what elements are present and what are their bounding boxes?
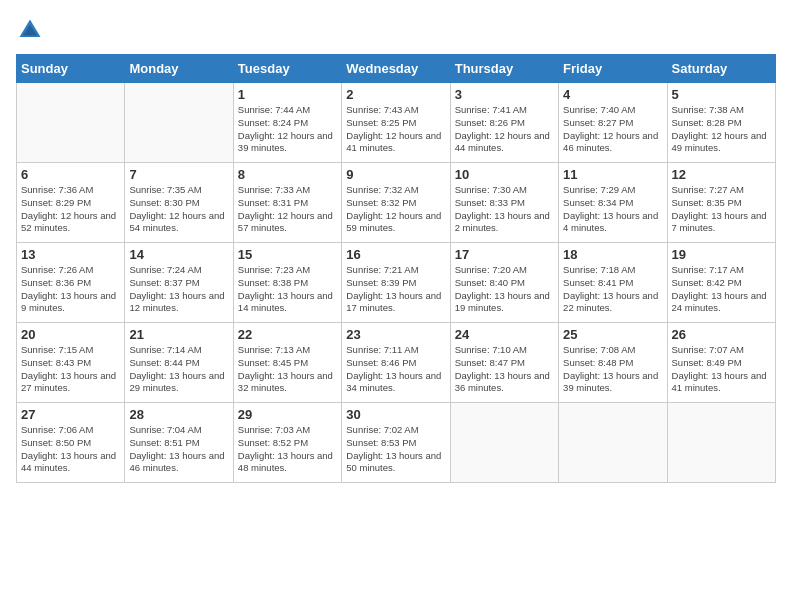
day-info: Sunrise: 7:33 AMSunset: 8:31 PMDaylight:… [238, 184, 337, 235]
day-info: Sunrise: 7:20 AMSunset: 8:40 PMDaylight:… [455, 264, 554, 315]
day-info: Sunrise: 7:10 AMSunset: 8:47 PMDaylight:… [455, 344, 554, 395]
calendar-cell: 30Sunrise: 7:02 AMSunset: 8:53 PMDayligh… [342, 403, 450, 483]
day-info: Sunrise: 7:03 AMSunset: 8:52 PMDaylight:… [238, 424, 337, 475]
day-info: Sunrise: 7:14 AMSunset: 8:44 PMDaylight:… [129, 344, 228, 395]
day-number: 13 [21, 247, 120, 262]
day-info: Sunrise: 7:26 AMSunset: 8:36 PMDaylight:… [21, 264, 120, 315]
calendar-cell [450, 403, 558, 483]
day-number: 15 [238, 247, 337, 262]
calendar-cell: 14Sunrise: 7:24 AMSunset: 8:37 PMDayligh… [125, 243, 233, 323]
day-info: Sunrise: 7:06 AMSunset: 8:50 PMDaylight:… [21, 424, 120, 475]
calendar-cell: 3Sunrise: 7:41 AMSunset: 8:26 PMDaylight… [450, 83, 558, 163]
calendar-cell: 17Sunrise: 7:20 AMSunset: 8:40 PMDayligh… [450, 243, 558, 323]
day-number: 26 [672, 327, 771, 342]
calendar-cell: 28Sunrise: 7:04 AMSunset: 8:51 PMDayligh… [125, 403, 233, 483]
day-info: Sunrise: 7:15 AMSunset: 8:43 PMDaylight:… [21, 344, 120, 395]
calendar-week-row: 27Sunrise: 7:06 AMSunset: 8:50 PMDayligh… [17, 403, 776, 483]
day-info: Sunrise: 7:44 AMSunset: 8:24 PMDaylight:… [238, 104, 337, 155]
day-number: 16 [346, 247, 445, 262]
day-info: Sunrise: 7:40 AMSunset: 8:27 PMDaylight:… [563, 104, 662, 155]
calendar-cell: 22Sunrise: 7:13 AMSunset: 8:45 PMDayligh… [233, 323, 341, 403]
day-number: 3 [455, 87, 554, 102]
day-info: Sunrise: 7:07 AMSunset: 8:49 PMDaylight:… [672, 344, 771, 395]
day-number: 5 [672, 87, 771, 102]
calendar-cell: 4Sunrise: 7:40 AMSunset: 8:27 PMDaylight… [559, 83, 667, 163]
calendar-cell [125, 83, 233, 163]
calendar-cell: 25Sunrise: 7:08 AMSunset: 8:48 PMDayligh… [559, 323, 667, 403]
calendar-cell: 11Sunrise: 7:29 AMSunset: 8:34 PMDayligh… [559, 163, 667, 243]
day-info: Sunrise: 7:18 AMSunset: 8:41 PMDaylight:… [563, 264, 662, 315]
weekday-header-saturday: Saturday [667, 55, 775, 83]
day-info: Sunrise: 7:24 AMSunset: 8:37 PMDaylight:… [129, 264, 228, 315]
calendar-cell: 27Sunrise: 7:06 AMSunset: 8:50 PMDayligh… [17, 403, 125, 483]
calendar-cell: 19Sunrise: 7:17 AMSunset: 8:42 PMDayligh… [667, 243, 775, 323]
calendar-week-row: 13Sunrise: 7:26 AMSunset: 8:36 PMDayligh… [17, 243, 776, 323]
day-number: 17 [455, 247, 554, 262]
calendar-cell: 10Sunrise: 7:30 AMSunset: 8:33 PMDayligh… [450, 163, 558, 243]
calendar-cell [17, 83, 125, 163]
day-info: Sunrise: 7:08 AMSunset: 8:48 PMDaylight:… [563, 344, 662, 395]
day-number: 21 [129, 327, 228, 342]
day-number: 7 [129, 167, 228, 182]
day-info: Sunrise: 7:27 AMSunset: 8:35 PMDaylight:… [672, 184, 771, 235]
calendar-cell [667, 403, 775, 483]
calendar-cell: 12Sunrise: 7:27 AMSunset: 8:35 PMDayligh… [667, 163, 775, 243]
weekday-header-tuesday: Tuesday [233, 55, 341, 83]
calendar-cell: 18Sunrise: 7:18 AMSunset: 8:41 PMDayligh… [559, 243, 667, 323]
calendar-week-row: 20Sunrise: 7:15 AMSunset: 8:43 PMDayligh… [17, 323, 776, 403]
day-info: Sunrise: 7:35 AMSunset: 8:30 PMDaylight:… [129, 184, 228, 235]
day-number: 29 [238, 407, 337, 422]
day-number: 28 [129, 407, 228, 422]
day-number: 18 [563, 247, 662, 262]
day-number: 20 [21, 327, 120, 342]
day-number: 19 [672, 247, 771, 262]
day-number: 6 [21, 167, 120, 182]
logo [16, 16, 48, 44]
day-info: Sunrise: 7:21 AMSunset: 8:39 PMDaylight:… [346, 264, 445, 315]
calendar-week-row: 6Sunrise: 7:36 AMSunset: 8:29 PMDaylight… [17, 163, 776, 243]
day-number: 11 [563, 167, 662, 182]
day-number: 30 [346, 407, 445, 422]
day-number: 27 [21, 407, 120, 422]
day-info: Sunrise: 7:43 AMSunset: 8:25 PMDaylight:… [346, 104, 445, 155]
day-info: Sunrise: 7:36 AMSunset: 8:29 PMDaylight:… [21, 184, 120, 235]
day-number: 22 [238, 327, 337, 342]
day-info: Sunrise: 7:38 AMSunset: 8:28 PMDaylight:… [672, 104, 771, 155]
calendar-cell: 5Sunrise: 7:38 AMSunset: 8:28 PMDaylight… [667, 83, 775, 163]
day-info: Sunrise: 7:23 AMSunset: 8:38 PMDaylight:… [238, 264, 337, 315]
calendar-cell: 21Sunrise: 7:14 AMSunset: 8:44 PMDayligh… [125, 323, 233, 403]
day-info: Sunrise: 7:04 AMSunset: 8:51 PMDaylight:… [129, 424, 228, 475]
calendar-cell: 29Sunrise: 7:03 AMSunset: 8:52 PMDayligh… [233, 403, 341, 483]
weekday-header-thursday: Thursday [450, 55, 558, 83]
calendar-cell: 2Sunrise: 7:43 AMSunset: 8:25 PMDaylight… [342, 83, 450, 163]
calendar-cell: 15Sunrise: 7:23 AMSunset: 8:38 PMDayligh… [233, 243, 341, 323]
day-number: 9 [346, 167, 445, 182]
logo-icon [16, 16, 44, 44]
day-number: 2 [346, 87, 445, 102]
day-number: 10 [455, 167, 554, 182]
day-number: 23 [346, 327, 445, 342]
calendar-cell: 8Sunrise: 7:33 AMSunset: 8:31 PMDaylight… [233, 163, 341, 243]
calendar-body: 1Sunrise: 7:44 AMSunset: 8:24 PMDaylight… [17, 83, 776, 483]
calendar-cell: 1Sunrise: 7:44 AMSunset: 8:24 PMDaylight… [233, 83, 341, 163]
weekday-header-sunday: Sunday [17, 55, 125, 83]
calendar-cell: 13Sunrise: 7:26 AMSunset: 8:36 PMDayligh… [17, 243, 125, 323]
day-info: Sunrise: 7:11 AMSunset: 8:46 PMDaylight:… [346, 344, 445, 395]
weekday-header-row: SundayMondayTuesdayWednesdayThursdayFrid… [17, 55, 776, 83]
day-info: Sunrise: 7:29 AMSunset: 8:34 PMDaylight:… [563, 184, 662, 235]
weekday-header-friday: Friday [559, 55, 667, 83]
calendar-cell: 6Sunrise: 7:36 AMSunset: 8:29 PMDaylight… [17, 163, 125, 243]
day-number: 14 [129, 247, 228, 262]
calendar-cell: 24Sunrise: 7:10 AMSunset: 8:47 PMDayligh… [450, 323, 558, 403]
day-number: 8 [238, 167, 337, 182]
day-info: Sunrise: 7:17 AMSunset: 8:42 PMDaylight:… [672, 264, 771, 315]
weekday-header-wednesday: Wednesday [342, 55, 450, 83]
day-number: 1 [238, 87, 337, 102]
calendar-cell: 26Sunrise: 7:07 AMSunset: 8:49 PMDayligh… [667, 323, 775, 403]
day-info: Sunrise: 7:32 AMSunset: 8:32 PMDaylight:… [346, 184, 445, 235]
day-number: 12 [672, 167, 771, 182]
day-number: 24 [455, 327, 554, 342]
calendar-table: SundayMondayTuesdayWednesdayThursdayFrid… [16, 54, 776, 483]
calendar-cell: 20Sunrise: 7:15 AMSunset: 8:43 PMDayligh… [17, 323, 125, 403]
calendar-cell: 7Sunrise: 7:35 AMSunset: 8:30 PMDaylight… [125, 163, 233, 243]
